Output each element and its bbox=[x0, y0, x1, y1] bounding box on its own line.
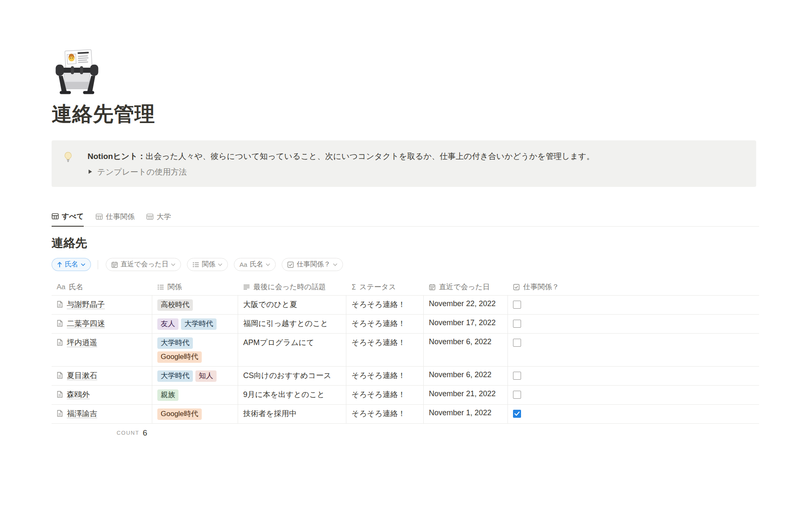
date-cell[interactable]: November 6, 2022 bbox=[424, 334, 508, 366]
page-doc-icon bbox=[57, 320, 63, 327]
page-doc-icon bbox=[57, 391, 63, 398]
table-row: 坪内逍遥 大学時代Google時代 APMプログラムにて そろそろ連絡！ Nov… bbox=[52, 334, 759, 367]
topic-cell[interactable]: 福岡に引っ越すとのこと bbox=[238, 315, 346, 333]
checkbox-unchecked[interactable] bbox=[513, 339, 521, 347]
date-cell[interactable]: November 17, 2022 bbox=[424, 315, 508, 333]
name-cell[interactable]: 福澤諭吉 bbox=[52, 405, 152, 423]
checkbox-unchecked[interactable] bbox=[513, 320, 521, 328]
tag[interactable]: 高校時代 bbox=[157, 299, 193, 311]
relation-cell[interactable]: Google時代 bbox=[152, 405, 238, 423]
contact-name[interactable]: 与謝野晶子 bbox=[67, 299, 105, 310]
aa-icon: Aa bbox=[239, 261, 247, 268]
tab-label: 仕事関係 bbox=[106, 212, 134, 222]
table-row: 福澤諭吉 Google時代 技術者を採用中 そろそろ連絡！ November 1… bbox=[52, 405, 759, 424]
chevron-down-icon bbox=[218, 263, 222, 266]
filter-chip-1[interactable]: 関係 bbox=[187, 258, 228, 271]
table-footer: COUNT 6 bbox=[52, 424, 152, 442]
checkbox-checked[interactable] bbox=[513, 410, 521, 418]
tag[interactable]: 大学時代 bbox=[181, 318, 217, 330]
column-header[interactable]: 最後に会った時の話題 bbox=[238, 280, 346, 295]
filter-chip-3[interactable]: 仕事関係？ bbox=[282, 258, 343, 271]
table-body: 与謝野晶子 高校時代 大阪でのひと夏 そろそろ連絡！ November 22, … bbox=[52, 296, 759, 424]
page-title: 連絡先管理 bbox=[52, 101, 759, 128]
filter-chip-0[interactable]: 直近で会った日 bbox=[106, 258, 181, 271]
relation-cell[interactable]: 大学時代Google時代 bbox=[152, 334, 238, 366]
checkbox-unchecked[interactable] bbox=[513, 372, 521, 380]
column-header[interactable]: Aa 氏名 bbox=[52, 280, 152, 295]
notion-page: 連絡先管理 Notionヒント：出会った人々や、彼らについて知っていること、次に… bbox=[52, 47, 759, 442]
column-header[interactable]: 直近で会った日 bbox=[424, 280, 508, 295]
aa-icon: Aa bbox=[57, 283, 66, 291]
work-relation-cell bbox=[508, 386, 759, 404]
date-cell[interactable]: November 6, 2022 bbox=[424, 367, 508, 385]
checkbox-unchecked[interactable] bbox=[513, 301, 521, 309]
page-doc-icon bbox=[57, 372, 63, 379]
name-cell[interactable]: 二葉亭四迷 bbox=[52, 315, 152, 333]
tag[interactable]: 大学時代 bbox=[157, 370, 193, 382]
contact-name[interactable]: 福澤諭吉 bbox=[67, 408, 97, 419]
template-usage-toggle[interactable]: テンプレートの使用方法 bbox=[88, 166, 595, 178]
card-index-icon[interactable] bbox=[52, 47, 102, 98]
contact-name[interactable]: 森鴎外 bbox=[67, 389, 90, 400]
toggle-label: テンプレートの使用方法 bbox=[97, 166, 187, 178]
name-cell[interactable]: 坪内逍遥 bbox=[52, 334, 152, 366]
column-header-label: 仕事関係？ bbox=[523, 282, 559, 292]
date-cell[interactable]: November 1, 2022 bbox=[424, 405, 508, 423]
view-tabs: すべて仕事関係大学 bbox=[52, 211, 759, 227]
tag[interactable]: Google時代 bbox=[157, 408, 202, 420]
checkbox-unchecked[interactable] bbox=[513, 391, 521, 399]
filter-chip-label: 氏名 bbox=[250, 260, 263, 269]
column-header[interactable]: 関係 bbox=[152, 280, 238, 295]
table-row: 夏目漱石 大学時代知人 CS向けのおすすめコース そろそろ連絡！ Novembe… bbox=[52, 367, 759, 386]
tag[interactable]: Google時代 bbox=[157, 351, 202, 363]
topic-cell[interactable]: CS向けのおすすめコース bbox=[238, 367, 346, 385]
tab-all[interactable]: すべて bbox=[52, 211, 84, 227]
list-icon bbox=[157, 284, 164, 290]
contact-name[interactable]: 二葉亭四迷 bbox=[67, 318, 105, 329]
topic-cell[interactable]: 技術者を採用中 bbox=[238, 405, 346, 423]
hint-text: Notionヒント：出会った人々や、彼らについて知っていること、次にいつコンタク… bbox=[88, 151, 595, 162]
relation-cell[interactable]: 大学時代知人 bbox=[152, 367, 238, 385]
light-bulb-icon bbox=[63, 151, 74, 162]
sort-chip[interactable]: 氏名 bbox=[52, 258, 91, 271]
status-cell: そろそろ連絡！ bbox=[346, 315, 424, 333]
date-cell[interactable]: November 22, 2022 bbox=[424, 296, 508, 314]
tab-work[interactable]: 仕事関係 bbox=[96, 211, 134, 227]
contact-name[interactable]: 坪内逍遥 bbox=[67, 337, 97, 348]
work-relation-cell bbox=[508, 296, 759, 314]
relation-cell[interactable]: 友人大学時代 bbox=[152, 315, 238, 333]
tab-label: 大学 bbox=[156, 212, 171, 222]
tag[interactable]: 友人 bbox=[157, 318, 178, 330]
column-header-label: 関係 bbox=[167, 282, 182, 292]
status-cell: そろそろ連絡！ bbox=[346, 334, 424, 366]
table-view-icon bbox=[52, 213, 59, 220]
column-header[interactable]: 仕事関係？ bbox=[508, 280, 759, 295]
topic-cell[interactable]: 大阪でのひと夏 bbox=[238, 296, 346, 314]
column-header[interactable]: Σ ステータス bbox=[346, 280, 424, 295]
name-cell[interactable]: 夏目漱石 bbox=[52, 367, 152, 385]
text-icon bbox=[243, 284, 250, 290]
relation-cell[interactable]: 親族 bbox=[152, 386, 238, 404]
work-relation-cell bbox=[508, 334, 759, 366]
tab-label: すべて bbox=[62, 211, 84, 221]
relation-cell[interactable]: 高校時代 bbox=[152, 296, 238, 314]
topic-cell[interactable]: APMプログラムにて bbox=[238, 334, 346, 366]
database-title: 連絡先 bbox=[52, 235, 759, 251]
contact-name[interactable]: 夏目漱石 bbox=[67, 370, 97, 381]
filter-chip-2[interactable]: Aa 氏名 bbox=[234, 258, 276, 271]
column-header-label: 氏名 bbox=[69, 282, 83, 292]
tag[interactable]: 大学時代 bbox=[157, 337, 193, 349]
tag[interactable]: 親族 bbox=[157, 389, 178, 401]
name-cell[interactable]: 与謝野晶子 bbox=[52, 296, 152, 314]
work-relation-cell bbox=[508, 315, 759, 333]
tab-university[interactable]: 大学 bbox=[146, 211, 171, 227]
count-label[interactable]: COUNT bbox=[117, 430, 140, 436]
tag[interactable]: 知人 bbox=[195, 370, 217, 382]
table-row: 与謝野晶子 高校時代 大阪でのひと夏 そろそろ連絡！ November 22, … bbox=[52, 296, 759, 315]
name-cell[interactable]: 森鴎外 bbox=[52, 386, 152, 404]
page-doc-icon bbox=[57, 301, 63, 308]
date-cell[interactable]: November 21, 2022 bbox=[424, 386, 508, 404]
chevron-down-icon bbox=[266, 263, 270, 266]
topic-cell[interactable]: 9月に本を出すとのこと bbox=[238, 386, 346, 404]
status-cell: そろそろ連絡！ bbox=[346, 367, 424, 385]
